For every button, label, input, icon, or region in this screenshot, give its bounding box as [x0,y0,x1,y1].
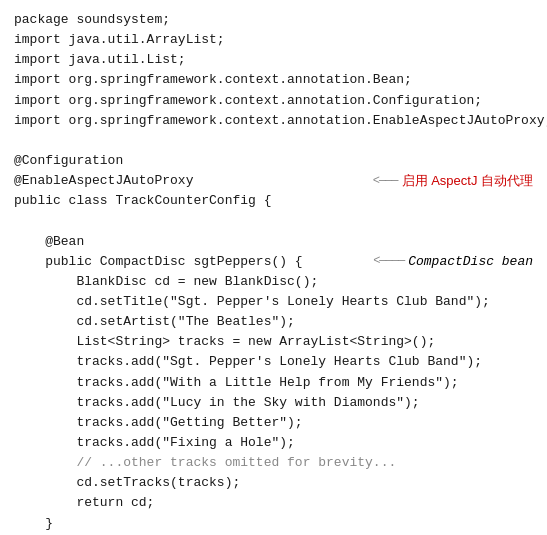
line-listdecl: List<String> tracks = new ArrayList<Stri… [14,332,533,352]
line-import2: import java.util.List; [14,50,533,70]
arrow-enableproxy: <——— 启用 AspectJ 自动代理 [373,171,533,191]
line-settracks: cd.setTracks(tracks); [14,473,533,493]
line-import1: import java.util.ArrayList; [14,30,533,50]
line-add1: tracks.add("Sgt. Pepper's Lonely Hearts … [14,352,533,372]
line-close1: } [14,514,533,534]
line-add2: tracks.add("With a Little Help from My F… [14,373,533,393]
line-settitle: cd.setTitle("Sgt. Pepper's Lonely Hearts… [14,292,533,312]
line-add5: tracks.add("Fixing a Hole"); [14,433,533,453]
code-container: package soundsystem; import java.util.Ar… [0,0,547,535]
line-blank1 [14,131,533,151]
line-enableproxy: @EnableAspectJAutoProxy <——— 启用 AspectJ … [14,171,533,191]
line-blankdisc: BlankDisc cd = new BlankDisc(); [14,272,533,292]
line-comment: // ...other tracks omitted for brevity..… [14,453,533,473]
line-import3: import org.springframework.context.annot… [14,70,533,90]
line-blank2 [14,211,533,231]
line-returncd: return cd; [14,493,533,513]
line-import4: import org.springframework.context.annot… [14,91,533,111]
line-setartist: cd.setArtist("The Beatles"); [14,312,533,332]
line-package: package soundsystem; [14,10,533,30]
line-class-decl: public class TrackCounterConfig { [14,191,533,211]
line-bean1-method: public CompactDisc sgtPeppers() { <———— … [14,252,533,272]
arrow-compactdisc: <———— CompactDisc bean [373,252,533,272]
line-add3: tracks.add("Lucy in the Sky with Diamond… [14,393,533,413]
line-add4: tracks.add("Getting Better"); [14,413,533,433]
line-import5: import org.springframework.context.annot… [14,111,533,131]
line-bean1-annotation: @Bean [14,232,533,252]
line-configuration: @Configuration [14,151,533,171]
